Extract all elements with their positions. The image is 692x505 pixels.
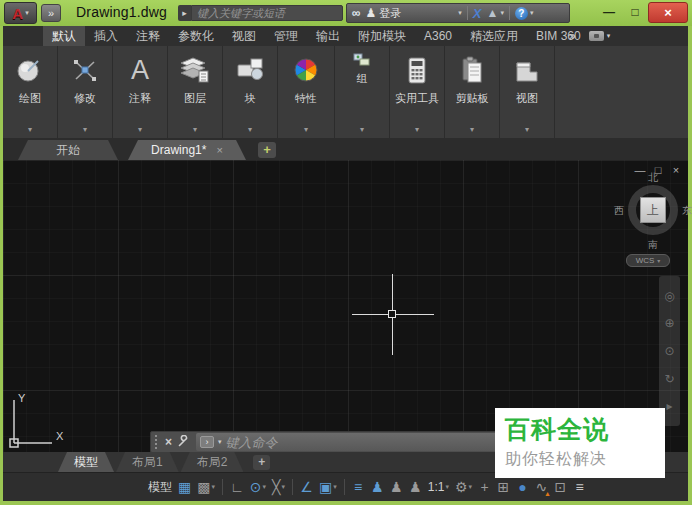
separator	[344, 479, 345, 495]
status-model-space[interactable]: 模型	[146, 476, 174, 498]
ribbon-panel-layers[interactable]: 图层 ▾	[168, 46, 223, 138]
new-layout-button[interactable]: +	[253, 455, 270, 470]
panel-expand-icon[interactable]: ▾	[58, 125, 112, 134]
chevron-down-icon: ▾	[500, 9, 504, 17]
new-drawing-tab-button[interactable]: +	[258, 142, 276, 158]
help-button[interactable]: ?▾	[515, 7, 534, 20]
object-snap-toggle[interactable]: ▣ ▾	[317, 476, 339, 498]
panel-expand-icon[interactable]: ▾	[278, 125, 334, 134]
viewcube-north-label[interactable]: 北	[648, 171, 658, 185]
ribbon-panel-annotation[interactable]: A 注释 ▾	[113, 46, 168, 138]
close-button[interactable]: ×	[648, 2, 688, 23]
grid-toggle[interactable]: ▦	[176, 476, 193, 498]
svg-text:X: X	[56, 430, 64, 442]
application-menu-button[interactable]: A ▾	[4, 2, 37, 24]
tab-a360[interactable]: A360	[415, 26, 461, 46]
viewcube-east-label[interactable]: 东	[682, 204, 692, 218]
navigation-bar[interactable]: ◎⊕⊙↻▸	[659, 276, 680, 426]
workspace-switcher[interactable]: ⚙ ▾	[453, 476, 474, 498]
modify-icon	[69, 52, 101, 88]
drag-grip-icon[interactable]	[155, 435, 159, 449]
chevron-down-icon[interactable]: ▾	[218, 438, 222, 446]
tab-output[interactable]: 输出	[307, 26, 349, 46]
command-close-icon[interactable]: ×	[165, 435, 172, 449]
ribbon-panel-utilities[interactable]: 实用工具 ▾	[390, 46, 445, 138]
sign-in-button[interactable]: ♟ 登录 ▾	[366, 6, 462, 21]
tab-parametric[interactable]: 参数化	[169, 26, 223, 46]
a360-button[interactable]: ▲▾	[487, 6, 504, 20]
ortho-toggle[interactable]: ∟	[228, 476, 246, 498]
customize-wrench-icon[interactable]	[178, 433, 190, 451]
ribbon-tab-overflow-button[interactable]: »	[562, 29, 583, 43]
showmotion-icon[interactable]: ▸	[666, 399, 672, 413]
ribbon: 绘图 ▾ 修改 ▾ A 注释 ▾ 图层 ▾ 块 ▾	[3, 46, 688, 138]
panel-expand-icon[interactable]: ▾	[3, 125, 57, 134]
ribbon-panel-groups[interactable]: 组 ▾	[335, 46, 390, 138]
polar-tracking-toggle[interactable]: ⊙ ▾	[248, 476, 268, 498]
tab-annotate[interactable]: 注释	[127, 26, 169, 46]
tab-insert[interactable]: 插入	[85, 26, 127, 46]
annotation-monitor-toggle[interactable]: +	[476, 476, 493, 498]
snap-toggle[interactable]: ▩ ▾	[195, 476, 217, 498]
layout-tab-layout2[interactable]: 布局2	[181, 452, 244, 472]
tab-view[interactable]: 视图	[223, 26, 265, 46]
lineweight-toggle[interactable]: ≡	[350, 476, 367, 498]
navigation-wheel-icon[interactable]: ◎	[664, 289, 674, 303]
panel-expand-icon[interactable]: ▾	[500, 125, 554, 134]
search-expand-button[interactable]: ▸	[178, 5, 191, 21]
panel-expand-icon[interactable]: ▾	[223, 125, 277, 134]
ribbon-panel-block[interactable]: 块 ▾	[223, 46, 278, 138]
customization-menu[interactable]: ≡	[571, 476, 588, 498]
maximize-button[interactable]: □	[624, 5, 646, 21]
tab-addins[interactable]: 附加模块	[349, 26, 415, 46]
viewcube[interactable]: 北 南 西 东 上 WCS ▾	[612, 168, 690, 262]
exchange-apps-button[interactable]: X	[473, 6, 482, 21]
graphics-performance-toggle[interactable]: ∿ ▲	[533, 476, 550, 498]
clean-screen-toggle[interactable]: ⊡	[552, 476, 569, 498]
wcs-dropdown[interactable]: WCS ▾	[626, 254, 670, 267]
tab-default[interactable]: 默认	[43, 26, 85, 46]
ribbon-panel-modify[interactable]: 修改 ▾	[58, 46, 113, 138]
ribbon-panel-draw[interactable]: 绘图 ▾	[3, 46, 58, 138]
panel-label: 特性	[295, 91, 317, 106]
pan-icon[interactable]: ⊕	[664, 316, 674, 330]
zoom-extents-icon[interactable]: ⊙	[664, 344, 674, 358]
help-search-input[interactable]	[191, 5, 343, 21]
tab-manage[interactable]: 管理	[265, 26, 307, 46]
panel-label: 注释	[129, 91, 151, 106]
annotation-autoscale-toggle[interactable]: ♟	[388, 476, 405, 498]
panel-label: 绘图	[19, 91, 41, 106]
ribbon-panel-view[interactable]: 视图 ▾	[500, 46, 555, 138]
file-tab-drawing1[interactable]: Drawing1* ×	[128, 140, 246, 160]
minimize-button[interactable]: —	[598, 5, 620, 21]
layout-tab-layout1[interactable]: 布局1	[116, 452, 179, 472]
ribbon-display-toggle[interactable]: ▾	[583, 31, 617, 41]
group-icon	[353, 52, 371, 68]
command-prompt-icon[interactable]: ›	[200, 436, 214, 448]
tab-featured-apps[interactable]: 精选应用	[461, 26, 527, 46]
panel-expand-icon[interactable]: ▾	[445, 125, 499, 134]
panel-expand-icon[interactable]: ▾	[168, 125, 222, 134]
separator	[222, 479, 223, 495]
ribbon-panel-properties[interactable]: 特性 ▾	[278, 46, 335, 138]
file-tab-start[interactable]: 开始	[18, 140, 118, 160]
hardware-acceleration-toggle[interactable]: ●	[514, 476, 531, 498]
object-snap-tracking-toggle[interactable]: ∠	[298, 476, 315, 498]
panel-expand-icon[interactable]: ▾	[390, 125, 444, 134]
orbit-icon[interactable]: ↻	[664, 372, 674, 386]
viewcube-west-label[interactable]: 西	[614, 204, 624, 218]
panel-expand-icon[interactable]: ▾	[335, 125, 389, 134]
viewcube-top-face[interactable]: 上	[640, 197, 666, 223]
quick-access-overflow-button[interactable]: »	[41, 4, 61, 22]
tab-close-icon[interactable]: ×	[216, 144, 222, 156]
isolate-objects-toggle[interactable]: ⊞	[495, 476, 512, 498]
ribbon-panel-clipboard[interactable]: 剪贴板 ▾	[445, 46, 500, 138]
search-icon[interactable]: ∞	[352, 6, 361, 20]
annotation-scale-icon[interactable]: ♟	[407, 476, 424, 498]
annotation-scale-value[interactable]: 1:1 ▾	[426, 476, 451, 498]
annotation-visibility-toggle[interactable]: ♟	[369, 476, 386, 498]
layout-tab-model[interactable]: 模型	[58, 452, 114, 472]
viewcube-south-label[interactable]: 南	[648, 238, 658, 252]
isometric-drafting-toggle[interactable]: ╳ ▾	[270, 476, 287, 498]
panel-expand-icon[interactable]: ▾	[113, 125, 167, 134]
